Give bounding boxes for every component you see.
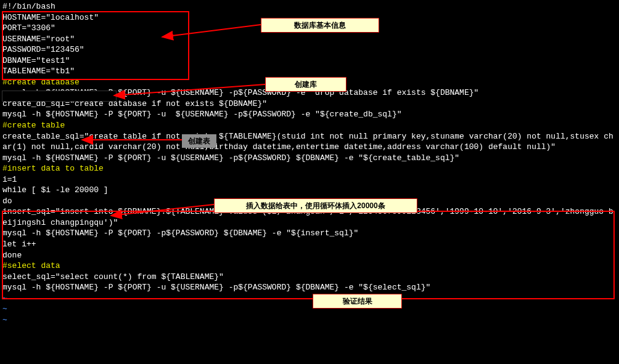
code-line: DBNAME="test1" xyxy=(2,55,617,67)
code-line: done xyxy=(2,250,617,261)
code-line: let i++ xyxy=(2,239,617,250)
vim-tilde: ~ xyxy=(2,304,617,315)
code-line: select_sql="select count(*) from ${TABLE… xyxy=(2,272,617,283)
code-line: create_table_sql="create table if not ex… xyxy=(2,131,617,153)
code-editor: #!/bin/bash HOSTNAME="localhost" PORT="3… xyxy=(0,0,619,326)
vim-tilde: ~ xyxy=(2,315,617,326)
vim-tilde: ~ xyxy=(2,293,617,304)
code-line: mysql -h ${HOSTNAME} -P ${PORT} -u ${USE… xyxy=(2,109,617,120)
highlight-bar xyxy=(2,91,117,102)
code-comment: #create table xyxy=(2,120,617,131)
callout-verify: 验证结果 xyxy=(313,294,402,309)
code-line: mysql -h ${HOSTNAME} -P ${PORT} -u ${USE… xyxy=(2,153,617,164)
code-line: #!/bin/bash xyxy=(2,1,617,12)
code-line: USERNAME="root" xyxy=(2,34,617,45)
code-line: i=1 xyxy=(2,174,617,185)
code-line: while [ $i -le 20000 ] xyxy=(2,185,617,196)
code-comment: #insert data to table xyxy=(2,163,617,174)
code-line: PASSWORD="123456" xyxy=(2,44,617,55)
code-line: mysql -h ${HOSTNAME} -P ${PORT} -p${PASS… xyxy=(2,228,617,239)
code-line: TABLENAME="tb1" xyxy=(2,66,617,77)
callout-dbinfo: 数据库基本信息 xyxy=(261,18,379,33)
code-comment: #select data xyxy=(2,261,617,272)
callout-createdb: 创建库 xyxy=(265,77,346,92)
code-line: mysql -h ${HOSTNAME} -P ${PORT} -u ${USE… xyxy=(2,282,617,293)
callout-createtable: 创建表 xyxy=(182,134,216,148)
callout-insert: 插入数据给表中，使用循环体插入20000条 xyxy=(214,198,417,213)
